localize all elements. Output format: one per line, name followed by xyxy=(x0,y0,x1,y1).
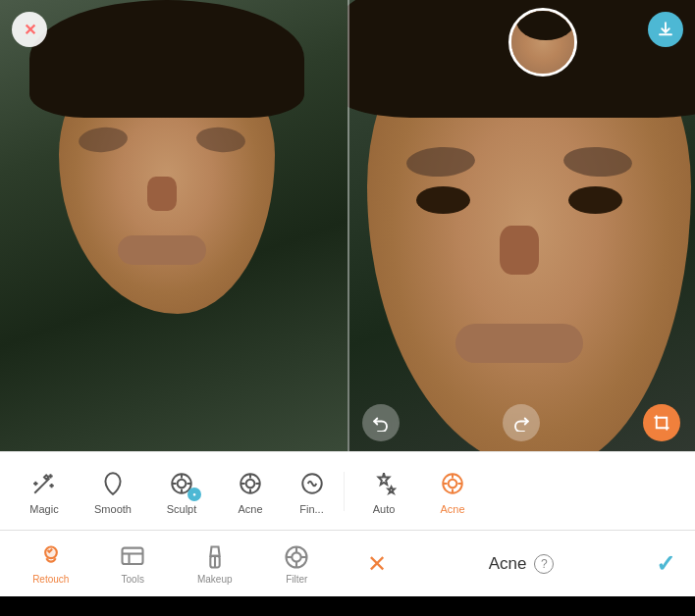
bottom-nav: Retouch Tools Makeup xyxy=(0,530,695,596)
auto-icon xyxy=(368,468,400,499)
makeup-label: Makeup xyxy=(197,574,233,585)
svg-point-8 xyxy=(178,479,187,488)
tools-strip: Magic Smooth Sculpt xyxy=(0,451,695,530)
tool-acne-active[interactable]: Acne xyxy=(418,457,487,526)
tools-icon xyxy=(119,543,146,571)
filter-label: Filter xyxy=(286,574,307,585)
nav-title: Acne xyxy=(489,554,527,574)
help-button[interactable]: ? xyxy=(534,554,554,574)
magic-icon xyxy=(28,468,60,499)
auto-label: Auto xyxy=(373,503,396,515)
nav-retouch[interactable]: Retouch xyxy=(17,543,85,585)
close-button[interactable] xyxy=(12,12,47,47)
panel-divider xyxy=(348,0,349,451)
tool-smooth[interactable]: Smooth xyxy=(79,457,147,526)
makeup-icon xyxy=(201,543,229,571)
fine-label: Fin... xyxy=(299,503,323,515)
sculpt-label: Sculpt xyxy=(167,503,197,515)
confirm-button[interactable]: ✓ xyxy=(656,550,675,578)
tool-acne[interactable]: Acne xyxy=(216,457,285,526)
nav-tools[interactable]: Tools xyxy=(98,543,167,585)
nav-title-area: Acne ? xyxy=(489,554,555,574)
filter-icon xyxy=(283,543,310,571)
nav-left-section: Retouch Tools Makeup xyxy=(0,543,348,585)
smooth-icon xyxy=(97,468,129,499)
svg-rect-28 xyxy=(123,547,143,563)
fine-icon xyxy=(296,468,328,499)
download-button[interactable] xyxy=(648,12,683,47)
acne-active-label: Acne xyxy=(440,503,464,515)
tool-fine[interactable]: Fin... xyxy=(285,457,339,526)
sculpt-icon xyxy=(166,468,197,499)
before-photo xyxy=(0,0,348,451)
zoom-thumbnail xyxy=(508,8,577,77)
tool-sculpt[interactable]: Sculpt xyxy=(147,457,216,526)
svg-line-0 xyxy=(34,478,49,492)
crop-button[interactable] xyxy=(643,404,680,441)
acne-active-icon xyxy=(437,468,468,499)
retouch-icon xyxy=(37,543,65,571)
svg-point-14 xyxy=(246,479,255,488)
redo-button[interactable] xyxy=(503,404,540,441)
sculpt-badge xyxy=(187,488,201,501)
right-panel-controls xyxy=(348,404,695,441)
svg-point-21 xyxy=(449,479,457,488)
magic-label: Magic xyxy=(29,503,58,515)
cancel-button[interactable]: ✕ xyxy=(367,550,387,578)
svg-point-34 xyxy=(293,552,301,561)
smooth-label: Smooth xyxy=(94,503,132,515)
right-panel-after xyxy=(348,0,695,451)
acne-icon xyxy=(235,468,266,499)
zoom-thumbnail-inner xyxy=(511,11,574,74)
left-panel-before xyxy=(0,0,348,451)
tools-divider xyxy=(344,472,345,511)
tools-label: Tools xyxy=(122,574,144,585)
nav-right-section: ✕ Acne ? ✓ xyxy=(348,550,695,578)
nav-makeup[interactable]: Makeup xyxy=(181,543,249,585)
tool-auto[interactable]: Auto xyxy=(349,457,418,526)
retouch-label: Retouch xyxy=(32,574,69,585)
nav-filter[interactable]: Filter xyxy=(262,543,331,585)
acne-label: Acne xyxy=(238,503,262,515)
undo-button[interactable] xyxy=(362,404,400,441)
tool-magic[interactable]: Magic xyxy=(10,457,79,526)
image-area xyxy=(0,0,695,451)
